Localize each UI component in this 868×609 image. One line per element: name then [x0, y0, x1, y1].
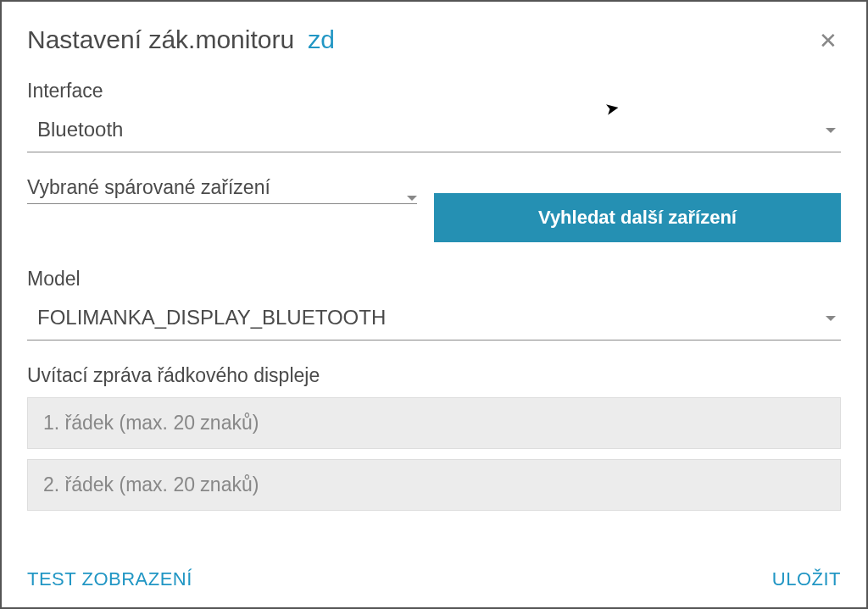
paired-label: Vybrané spárované zařízení	[27, 176, 417, 199]
welcome-label: Uvítací zpráva řádkového displeje	[27, 364, 841, 387]
paired-select[interactable]	[27, 201, 417, 204]
welcome-line2-input[interactable]	[27, 459, 841, 511]
dialog-footer: TEST ZOBRAZENÍ ULOŽIT	[27, 555, 841, 590]
dialog-title-wrap: Nastavení zák.monitoru zd	[27, 25, 335, 54]
save-button[interactable]: ULOŽIT	[772, 568, 841, 590]
dialog-title-suffix: zd	[308, 25, 335, 54]
interface-value: Bluetooth	[37, 118, 123, 141]
test-display-button[interactable]: TEST ZOBRAZENÍ	[27, 568, 192, 590]
paired-device-field: Vybrané spárované zařízení	[27, 176, 417, 204]
search-devices-button[interactable]: Vyhledat další zařízení	[434, 193, 841, 242]
paired-row: Vybrané spárované zařízení Vyhledat dalš…	[27, 176, 841, 242]
settings-dialog: Nastavení zák.monitoru zd ✕ Interface Bl…	[0, 0, 868, 609]
model-label: Model	[27, 268, 841, 291]
chevron-down-icon	[826, 128, 836, 133]
model-value: FOLIMANKA_DISPLAY_BLUETOOTH	[37, 306, 386, 329]
model-select[interactable]: FOLIMANKA_DISPLAY_BLUETOOTH	[27, 297, 841, 340]
interface-label: Interface	[27, 80, 841, 102]
interface-select[interactable]: Bluetooth	[27, 109, 841, 152]
welcome-line1-input[interactable]	[27, 397, 841, 449]
chevron-down-icon	[407, 196, 417, 201]
chevron-down-icon	[826, 316, 836, 321]
dialog-title: Nastavení zák.monitoru	[27, 25, 294, 54]
dialog-header: Nastavení zák.monitoru zd ✕	[27, 25, 841, 54]
close-icon[interactable]: ✕	[815, 30, 841, 52]
